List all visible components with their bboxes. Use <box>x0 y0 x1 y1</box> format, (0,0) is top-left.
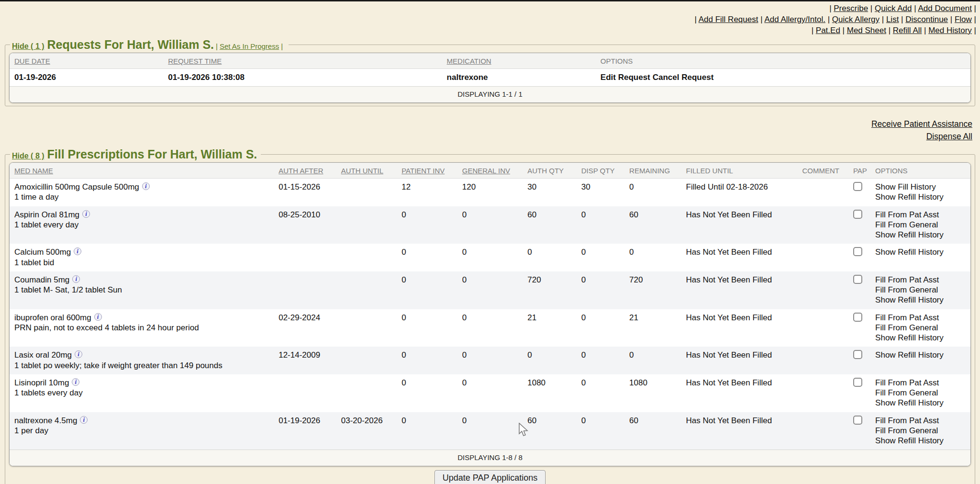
cell-comment <box>798 347 848 374</box>
pap-checkbox[interactable] <box>853 350 862 359</box>
nav-separator: | <box>912 4 918 13</box>
fill-from-pat-asst-link[interactable]: Fill From Pat Asst <box>875 378 966 388</box>
cell-due-date: 01-19-2026 <box>10 69 163 86</box>
nav-link-pat-ed[interactable]: Pat.Ed <box>816 26 840 35</box>
nav-link-add-document[interactable]: Add Document <box>918 4 971 13</box>
column-header-auth-until[interactable]: AUTH UNTIL <box>336 163 397 179</box>
cell-disp-qty: 0 <box>577 347 624 374</box>
info-icon[interactable]: i <box>80 416 88 424</box>
table-footer-row: DISPLAYING 1-1 / 1 <box>10 86 970 102</box>
cell-disp-qty: 0 <box>577 309 624 347</box>
nav-link-list[interactable]: List <box>886 15 899 24</box>
nav-link-add-fill-request[interactable]: Add Fill Request <box>699 15 758 24</box>
cell-auth-after: 08-25-2010 <box>274 206 336 244</box>
pap-checkbox[interactable] <box>853 275 862 284</box>
fill-from-pat-asst-link[interactable]: Fill From Pat Asst <box>875 210 966 220</box>
nav-link-med-sheet[interactable]: Med Sheet <box>847 26 886 35</box>
pap-checkbox[interactable] <box>853 313 862 322</box>
requests-section-title: Requests For Hart, William S. <box>47 38 214 51</box>
show-refill-history-link[interactable]: Show Refill History <box>875 398 966 408</box>
nav-separator: | <box>880 15 886 24</box>
column-header-auth-after[interactable]: AUTH AFTER <box>274 163 336 179</box>
info-icon[interactable]: i <box>142 182 150 190</box>
column-header-med-name[interactable]: MED NAME <box>10 163 274 179</box>
nav-separator: | <box>868 4 875 13</box>
cell-patient-inv: 0 <box>397 271 457 309</box>
pap-button-row: Update PAP Applications <box>9 470 971 484</box>
nav-link-discontinue[interactable]: Discontinue <box>905 15 948 24</box>
requests-hide-link[interactable]: Hide ( 1 ) <box>12 42 45 50</box>
pap-checkbox[interactable] <box>853 247 862 256</box>
column-header-options: OPTIONS <box>596 53 970 69</box>
fill-from-pat-asst-link[interactable]: Fill From Pat Asst <box>875 275 966 285</box>
cell-disp-qty: 30 <box>577 179 624 206</box>
info-icon[interactable]: i <box>72 275 80 283</box>
fill-prescriptions-hide-link[interactable]: Hide ( 8 ) <box>12 152 45 160</box>
show-refill-history-link[interactable]: Show Refill History <box>875 350 966 360</box>
med-sig: PRN pain, not to exceed 4 tablets in 24 … <box>14 323 269 333</box>
requests-table: DUE DATEREQUEST TIMEMEDICATIONOPTIONS01-… <box>9 53 971 103</box>
nav-link-med-history[interactable]: Med History <box>928 26 972 35</box>
med-sig: 1 tablet po weekly; take if weight great… <box>14 360 269 371</box>
cell-filled-until: Has Not Yet Been Filled <box>681 244 798 271</box>
info-icon[interactable]: i <box>74 248 81 255</box>
fill-from-general-link[interactable]: Fill From General <box>875 220 966 230</box>
update-pap-applications-button[interactable]: Update PAP Applications <box>434 470 546 484</box>
fill-from-general-link[interactable]: Fill From General <box>875 388 966 398</box>
nav-link-refill-all[interactable]: Refill All <box>893 26 922 35</box>
nav-link-quick-add[interactable]: Quick Add <box>875 4 912 13</box>
column-header-patient-inv[interactable]: PATIENT INV <box>397 163 457 179</box>
cell-auth-after: 12-14-2009 <box>274 347 336 374</box>
cell-pap <box>848 271 870 309</box>
pap-checkbox[interactable] <box>853 416 862 425</box>
cell-medication: naltrexone <box>442 69 596 86</box>
info-icon[interactable]: i <box>75 350 82 358</box>
cell-comment <box>798 309 848 347</box>
cell-options: Fill From Pat AsstFill From GeneralShow … <box>870 374 970 412</box>
set-as-in-progress-link[interactable]: Set As In Progress <box>220 42 279 50</box>
cell-comment <box>798 271 848 309</box>
cancel-request-link[interactable]: Cancel Request <box>653 73 714 82</box>
cell-filled-until: Filled Until 02-18-2026 <box>681 179 798 206</box>
receive-patient-assistance-link[interactable]: Receive Patient Assistance <box>8 118 972 130</box>
column-header-medication[interactable]: MEDICATION <box>442 53 596 69</box>
info-icon[interactable]: i <box>72 378 79 386</box>
fill-from-general-link[interactable]: Fill From General <box>875 323 966 333</box>
pap-checkbox[interactable] <box>853 182 862 191</box>
cell-remaining: 720 <box>624 271 681 309</box>
show-refill-history-link[interactable]: Show Refill History <box>875 436 966 446</box>
fill-from-general-link[interactable]: Fill From General <box>875 426 966 436</box>
show-refill-history-link[interactable]: Show Refill History <box>875 230 966 240</box>
show-refill-history-link[interactable]: Show Refill History <box>875 192 966 202</box>
show-refill-history-link[interactable]: Show Refill History <box>875 247 966 257</box>
cell-auth-after <box>274 271 336 309</box>
show-refill-history-link[interactable]: Show Refill History <box>875 295 966 305</box>
info-icon[interactable]: i <box>82 210 90 218</box>
nav-link-quick-allergy[interactable]: Quick Allergy <box>832 15 880 24</box>
fill-from-general-link[interactable]: Fill From General <box>875 285 966 295</box>
column-header-comment: COMMENT <box>798 163 848 179</box>
column-header-due-date[interactable]: DUE DATE <box>10 53 163 69</box>
nav-link-prescribe[interactable]: Prescribe <box>834 4 868 13</box>
show-fill-history-link[interactable]: Show Fill History <box>875 182 966 192</box>
column-header-request-time[interactable]: REQUEST TIME <box>163 53 442 69</box>
nav-link-add-allergy-intol[interactable]: Add Allergy/Intol. <box>764 15 825 24</box>
med-name-text: Amoxicillin 500mg Capsule 500mg <box>14 182 139 191</box>
cell-auth-until <box>336 179 397 206</box>
dispense-all-link[interactable]: Dispense All <box>8 130 972 143</box>
cell-disp-qty: 0 <box>577 412 624 450</box>
show-refill-history-link[interactable]: Show Refill History <box>875 333 966 343</box>
info-icon[interactable]: i <box>94 313 102 321</box>
column-header-general-inv[interactable]: GENERAL INV <box>457 163 523 179</box>
nav-separator: | <box>840 26 847 35</box>
table-row: naltrexone 4.5mgi1 per day01-19-202603-2… <box>10 412 970 450</box>
fill-from-pat-asst-link[interactable]: Fill From Pat Asst <box>875 313 966 323</box>
med-name: ibuprofen oral 600mgi <box>14 313 269 323</box>
pap-checkbox[interactable] <box>853 210 862 219</box>
pap-checkbox[interactable] <box>853 378 862 387</box>
nav-link-flow[interactable]: Flow <box>955 15 972 24</box>
fill-from-pat-asst-link[interactable]: Fill From Pat Asst <box>875 416 966 426</box>
column-header-auth-qty: AUTH QTY <box>523 163 576 179</box>
cell-options: Show Fill HistoryShow Refill History <box>870 179 970 206</box>
edit-request-link[interactable]: Edit Request <box>601 73 650 82</box>
